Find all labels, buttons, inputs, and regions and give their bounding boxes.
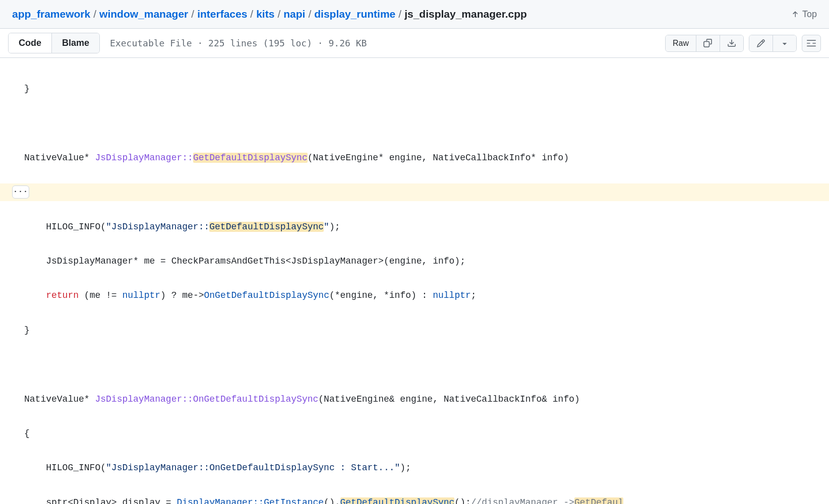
code-line: {	[0, 425, 829, 442]
code-line	[0, 356, 829, 373]
crumb-sep: /	[250, 8, 253, 20]
code-line: sptr<Display> display = DisplayManager::…	[0, 494, 829, 504]
crumb-display-runtime[interactable]: display_runtime	[314, 8, 395, 20]
file-info: Executable File · 225 lines (195 loc) · …	[110, 38, 367, 48]
crumb-interfaces[interactable]: interfaces	[197, 8, 247, 20]
crumb-sep: /	[277, 8, 280, 20]
crumb-sep: /	[93, 8, 96, 20]
crumb-current-file: js_display_manager.cpp	[404, 8, 527, 20]
copy-button[interactable]	[696, 35, 720, 51]
breadcrumb: app_framework / window_manager / interfa…	[12, 8, 527, 20]
scroll-to-top-button[interactable]: Top	[791, 9, 817, 20]
code-line: return (me != nullptr) ? me->OnGetDefaul…	[0, 287, 829, 304]
copy-icon	[703, 39, 713, 48]
crumb-sep: /	[398, 8, 401, 20]
file-toolbar: Code Blame Executable File · 225 lines (…	[0, 29, 829, 58]
download-button[interactable]	[720, 35, 743, 51]
tab-blame[interactable]: Blame	[51, 33, 99, 53]
code-line	[0, 115, 829, 132]
view-tabs: Code Blame	[8, 33, 100, 53]
download-icon	[727, 39, 736, 48]
code-line: HILOG_INFO("JsDisplayManager::GetDefault…	[0, 218, 829, 235]
crumb-window-manager[interactable]: window_manager	[99, 8, 188, 20]
top-label: Top	[802, 9, 817, 20]
breadcrumb-bar: app_framework / window_manager / interfa…	[0, 0, 829, 29]
symbols-icon	[807, 39, 816, 48]
pencil-icon	[756, 39, 765, 48]
expand-context-button[interactable]: ···	[12, 185, 29, 199]
triangle-down-icon	[780, 39, 789, 48]
code-line: NativeValue* JsDisplayManager::OnGetDefa…	[0, 391, 829, 408]
symbols-button[interactable]	[802, 35, 821, 52]
tab-code[interactable]: Code	[9, 33, 51, 53]
edit-menu-button[interactable]	[773, 35, 796, 51]
crumb-kits[interactable]: kits	[256, 8, 274, 20]
arrow-up-icon	[791, 10, 799, 18]
raw-button-group: Raw	[665, 35, 744, 52]
crumb-app-framework[interactable]: app_framework	[12, 8, 90, 20]
code-line-highlighted: {···	[0, 183, 829, 201]
code-line: NativeValue* JsDisplayManager::GetDefaul…	[0, 149, 829, 166]
edit-button[interactable]	[749, 35, 773, 51]
crumb-sep: /	[308, 8, 311, 20]
code-line: HILOG_INFO("JsDisplayManager::OnGetDefau…	[0, 459, 829, 476]
code-line: JsDisplayManager* me = CheckParamsAndGet…	[0, 253, 829, 270]
code-line: }	[0, 322, 829, 339]
code-line: }	[0, 80, 829, 97]
raw-button[interactable]: Raw	[666, 35, 696, 51]
crumb-sep: /	[191, 8, 194, 20]
crumb-napi[interactable]: napi	[283, 8, 305, 20]
edit-button-group	[749, 35, 797, 52]
code-viewer[interactable]: } NativeValue* JsDisplayManager::GetDefa…	[0, 58, 829, 504]
